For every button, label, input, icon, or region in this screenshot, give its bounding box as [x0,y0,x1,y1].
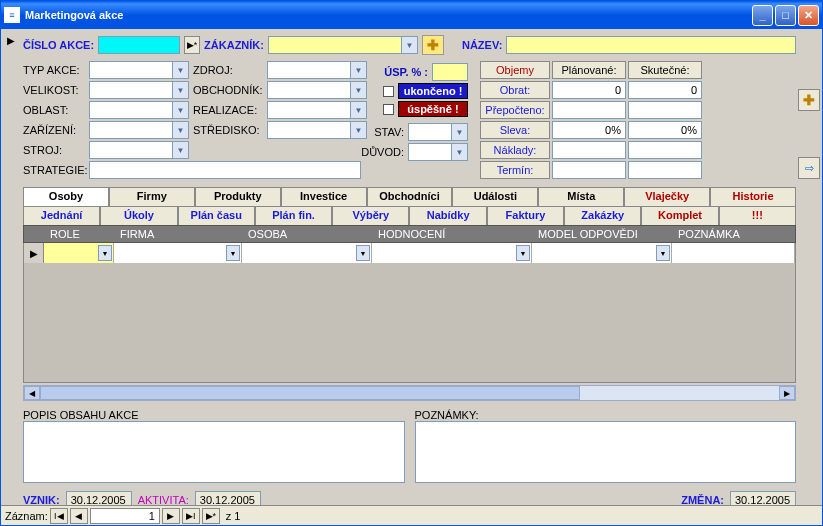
titlebar[interactable]: ≡ Marketingová akce _ □ ✕ [1,1,822,29]
tab-vlajecky[interactable]: Vlaječky [624,187,710,206]
termin-plan-value[interactable] [552,161,626,179]
tab-nabidky[interactable]: Nabídky [409,206,486,225]
nav-prev-button[interactable]: ◀ [70,508,88,524]
grid-row[interactable]: ▶ ▼ ▼ ▼ ▼ ▼ [24,243,795,263]
aktivita-value: 30.12.2005 [195,491,261,505]
termin-skut-value[interactable] [628,161,702,179]
stroj-label: STROJ: [23,144,85,156]
prepocteno-button[interactable]: Přepočteno: [480,101,550,119]
tab-udalosti[interactable]: Události [452,187,538,206]
tab-produkty[interactable]: Produkty [195,187,281,206]
maximize-button[interactable]: □ [775,5,796,26]
side-plus-button[interactable]: ✚ [798,89,820,111]
usp-input[interactable] [432,63,468,81]
nav-next-button[interactable]: ▶ [162,508,180,524]
naklady-button[interactable]: Náklady: [480,141,550,159]
zakaznik-add-button[interactable]: ✚ [422,35,444,55]
nazev-input[interactable] [506,36,796,54]
grid-body[interactable]: ▶ ▼ ▼ ▼ ▼ ▼ [23,243,796,383]
tab-ukoly[interactable]: Úkoly [100,206,177,225]
oblast-combo[interactable]: ▼ [89,101,189,119]
tab-faktury[interactable]: Faktury [487,206,564,225]
naklady-skut-value[interactable] [628,141,702,159]
tab-firmy[interactable]: Firmy [109,187,195,206]
cell-osoba[interactable]: ▼ [242,243,372,263]
popis-textarea[interactable] [23,421,405,483]
obrat-skut-value[interactable]: 0 [628,81,702,99]
prepocteno-skut-value[interactable] [628,101,702,119]
tab-plan-casu[interactable]: Plán času [178,206,255,225]
scroll-right-button[interactable]: ▶ [779,386,795,400]
stredisko-combo[interactable]: ▼ [267,121,367,139]
naklady-plan-value[interactable] [552,141,626,159]
obchodnik-combo[interactable]: ▼ [267,81,367,99]
sleva-button[interactable]: Sleva: [480,121,550,139]
strategie-input[interactable] [89,161,361,179]
cell-firma[interactable]: ▼ [114,243,242,263]
nav-last-button[interactable]: ▶I [182,508,200,524]
realizace-combo[interactable]: ▼ [267,101,367,119]
cell-poznamka[interactable] [672,243,795,263]
sleva-plan-value[interactable]: 0% [552,121,626,139]
duvod-combo[interactable]: ▼ [408,143,468,161]
row-selector-icon[interactable]: ▶ [24,243,44,263]
typ-akce-label: TYP AKCE: [23,64,85,76]
window-title: Marketingová akce [25,9,752,21]
tab-plan-fin[interactable]: Plán fin. [255,206,332,225]
tab-mista[interactable]: Místa [538,187,624,206]
close-button[interactable]: ✕ [798,5,819,26]
aktivita-label: AKTIVITA: [138,494,189,505]
tab-obchodnici[interactable]: Obchodníci [367,187,453,206]
side-exit-button[interactable]: ⇨ [798,157,820,179]
velikost-label: VELIKOST: [23,84,85,96]
tab-alert[interactable]: !!! [719,206,796,225]
minimize-button[interactable]: _ [752,5,773,26]
col-firma: FIRMA [114,228,242,240]
zarizeni-combo[interactable]: ▼ [89,121,189,139]
zakaznik-combo[interactable]: ▼ [268,36,418,54]
tab-jednani[interactable]: Jednání [23,206,100,225]
obrat-plan-value[interactable]: 0 [552,81,626,99]
cell-hodnoceni[interactable]: ▼ [372,243,532,263]
poznamky-textarea[interactable] [415,421,797,483]
ukonceno-badge: ukončeno ! [398,83,468,99]
stroj-combo[interactable]: ▼ [89,141,189,159]
strategie-label: STRATEGIE: [23,164,85,176]
realizace-label: REALIZACE: [193,104,263,116]
horizontal-scrollbar[interactable]: ◀ ▶ [23,385,796,401]
cell-model[interactable]: ▼ [532,243,672,263]
tab-row-1: Osoby Firmy Produkty Investice Obchodníc… [23,187,796,206]
scroll-thumb[interactable] [40,386,580,400]
termin-button[interactable]: Termín: [480,161,550,179]
nav-new-button[interactable]: ▶* [202,508,220,524]
sleva-skut-value[interactable]: 0% [628,121,702,139]
nazev-label: NÁZEV: [462,39,502,51]
scroll-left-button[interactable]: ◀ [24,386,40,400]
obrat-button[interactable]: Obrat: [480,81,550,99]
ukonceno-checkbox[interactable] [383,86,394,97]
uspesne-badge: úspěšně ! [398,101,468,117]
tab-historie[interactable]: Historie [710,187,796,206]
cislo-akce-input[interactable] [98,36,180,54]
vznik-value: 30.12.2005 [66,491,132,505]
prepocteno-plan-value[interactable] [552,101,626,119]
cislo-seek-button[interactable]: ▶* [184,36,200,54]
cell-role[interactable]: ▼ [44,243,114,263]
record-number[interactable]: 1 [90,508,160,524]
cislo-akce-label: ČÍSLO AKCE: [23,39,94,51]
duvod-label: DŮVOD: [361,146,404,158]
uspesne-checkbox[interactable] [383,104,394,115]
obchodnik-label: OBCHODNÍK: [193,84,263,96]
tab-vybery[interactable]: Výběry [332,206,409,225]
nav-first-button[interactable]: I◀ [50,508,68,524]
tab-zakazky[interactable]: Zakázky [564,206,641,225]
velikost-combo[interactable]: ▼ [89,81,189,99]
tab-osoby[interactable]: Osoby [23,187,109,206]
objemy-button[interactable]: Objemy [480,61,550,79]
col-poznamka: POZNÁMKA [672,228,795,240]
stav-combo[interactable]: ▼ [408,123,468,141]
zdroj-combo[interactable]: ▼ [267,61,367,79]
typ-akce-combo[interactable]: ▼ [89,61,189,79]
tab-komplet[interactable]: Komplet [641,206,718,225]
tab-investice[interactable]: Investice [281,187,367,206]
